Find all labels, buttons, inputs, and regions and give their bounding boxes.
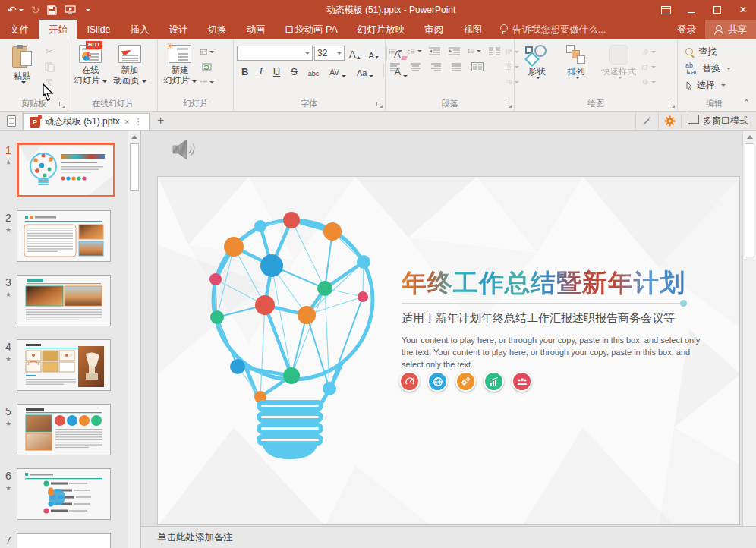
indent-increase-icon[interactable] — [448, 46, 461, 56]
grow-font-button[interactable]: A▲ — [346, 46, 364, 60]
numbering-icon[interactable]: 123 — [408, 46, 422, 56]
share-button[interactable]: 共享 — [705, 20, 756, 39]
indent-decrease-icon[interactable] — [428, 46, 442, 56]
tab-home[interactable]: 开始 — [39, 20, 77, 39]
tab-more-icon[interactable]: ⋮ — [134, 117, 143, 127]
notes-pane[interactable]: 单击此处添加备注 — [141, 526, 756, 548]
shape-fill-icon[interactable] — [642, 46, 656, 57]
document-tab-active[interactable]: P 动态模板 (51).pptx × ⋮ — [23, 113, 150, 130]
font-size-combo[interactable]: 32 — [314, 46, 345, 61]
tab-transitions[interactable]: 切换 — [198, 20, 237, 39]
tab-file[interactable]: 文件 — [0, 20, 39, 39]
bold-button[interactable]: B — [238, 64, 251, 77]
reset-icon[interactable] — [200, 61, 214, 72]
tab-review[interactable]: 审阅 — [414, 20, 453, 39]
shapes-button[interactable]: 形状 — [518, 42, 556, 99]
layout-icon[interactable] — [200, 46, 214, 57]
customize-qat-button[interactable] — [83, 9, 90, 11]
slide-body-text[interactable]: Your content to play here, or through yo… — [402, 335, 705, 371]
tell-me-box[interactable]: 告诉我您想要做什么... — [492, 20, 613, 39]
text-shadow-button[interactable]: abc — [305, 64, 323, 77]
slide-thumbnail-7[interactable] — [17, 533, 111, 548]
align-right-icon[interactable] — [430, 61, 443, 72]
save-button[interactable] — [47, 5, 57, 15]
slide-thumbnail-2[interactable] — [17, 210, 111, 262]
session-manager-button[interactable] — [0, 112, 23, 130]
new-animation-page-button[interactable]: 新加动画页 — [111, 42, 149, 99]
slide-thumbnail-1[interactable] — [17, 143, 115, 197]
drawing-dialog-launcher[interactable] — [669, 102, 676, 109]
tab-insert[interactable]: 插入 — [121, 20, 159, 39]
slide-canvas[interactable]: 年终工作总结暨新年计划 适用于新年计划年终总结工作汇报述职报告商务会议等 You… — [157, 176, 740, 525]
underline-button[interactable]: U — [270, 64, 283, 77]
people-icon[interactable] — [512, 371, 532, 392]
strikethrough-button[interactable]: S — [288, 64, 301, 77]
undo-button[interactable]: ↶ — [8, 5, 24, 15]
align-left-icon[interactable] — [389, 61, 402, 72]
clipboard-dialog-launcher[interactable] — [59, 102, 66, 109]
justify-icon[interactable] — [450, 61, 464, 72]
add-remove-columns-icon[interactable] — [471, 61, 484, 72]
slide-subtitle-text[interactable]: 适用于新年计划年终总结工作汇报述职报告商务会议等 — [402, 311, 675, 326]
slide-thumbnail-6[interactable] — [17, 468, 111, 520]
font-dialog-launcher[interactable] — [376, 102, 383, 109]
bullets-icon[interactable] — [389, 46, 402, 56]
minimize-button[interactable] — [679, 0, 704, 20]
multi-window-mode-button[interactable]: 多窗口模式 — [681, 115, 756, 128]
close-button[interactable]: × — [730, 0, 756, 20]
settings-gear-button[interactable] — [658, 112, 681, 130]
cut-icon[interactable]: ✂ — [43, 46, 56, 57]
paste-button[interactable]: 粘贴 — [3, 42, 41, 99]
start-from-beginning-button[interactable] — [65, 5, 76, 15]
new-slide-button[interactable]: ✳ 新建幻灯片 — [161, 42, 199, 99]
character-spacing-button[interactable]: AV — [326, 64, 349, 77]
tab-animations[interactable]: 动画 — [237, 20, 276, 39]
tab-pocket-animation[interactable]: 口袋动画 PA — [276, 20, 348, 39]
sign-in-button[interactable]: 登录 — [668, 20, 705, 39]
align-center-icon[interactable] — [409, 61, 423, 72]
thumbnail-scrollbar[interactable] — [128, 131, 140, 548]
arrange-button[interactable]: 排列 — [557, 42, 595, 99]
magic-wand-button[interactable] — [635, 112, 658, 130]
slide-thumbnail-3[interactable] — [17, 275, 111, 326]
vertical-scrollbar[interactable] — [742, 131, 756, 526]
ribbon-display-options-button[interactable] — [653, 0, 679, 20]
audio-speaker-icon[interactable] — [172, 138, 199, 162]
bar-chart-icon[interactable] — [484, 371, 504, 392]
tab-slideshow[interactable]: 幻灯片放映 — [348, 20, 415, 39]
tab-design[interactable]: 设计 — [159, 20, 198, 39]
select-button[interactable]: 选择 — [685, 79, 731, 92]
tab-close-icon[interactable]: × — [124, 117, 130, 128]
replace-button[interactable]: ab↳ac 替换 — [685, 62, 731, 75]
font-name-combo[interactable] — [237, 46, 313, 61]
scroll-up-arrow[interactable] — [128, 131, 140, 143]
tab-islide[interactable]: iSlide — [77, 20, 121, 39]
scroll-up-arrow[interactable] — [743, 131, 756, 143]
slide-title-text[interactable]: 年终工作总结暨新年计划 — [402, 266, 685, 301]
quick-styles-button[interactable]: 快速样式 — [597, 42, 641, 99]
section-icon[interactable] — [200, 77, 214, 87]
copy-icon[interactable] — [43, 61, 56, 72]
redo-button[interactable]: ↻ — [31, 5, 40, 15]
shape-outline-icon[interactable] — [642, 61, 656, 72]
format-painter-icon[interactable] — [43, 77, 56, 87]
shape-effects-icon[interactable] — [642, 77, 656, 87]
new-tab-button[interactable]: + — [150, 112, 172, 130]
slide-thumbnail-4[interactable] — [17, 339, 111, 391]
shrink-font-button[interactable]: A▼ — [366, 46, 383, 60]
italic-button[interactable]: I — [256, 64, 265, 77]
maximize-button[interactable] — [704, 0, 730, 20]
speedometer-icon[interactable] — [399, 371, 420, 392]
line-spacing-icon[interactable] — [468, 46, 481, 56]
slide-thumbnail-5[interactable] — [17, 404, 111, 455]
globe-icon[interactable] — [427, 371, 448, 392]
find-button[interactable]: 查找 — [685, 46, 731, 58]
collapse-ribbon-button[interactable]: ⌃ — [743, 98, 750, 108]
paragraph-dialog-launcher[interactable] — [506, 102, 512, 109]
change-case-button[interactable]: Aa — [354, 64, 376, 77]
columns-icon[interactable] — [487, 46, 501, 56]
gears-icon[interactable] — [455, 371, 476, 392]
lightbulb-network-graphic[interactable] — [188, 187, 401, 476]
scrollbar-thumb[interactable] — [130, 143, 139, 191]
tab-view[interactable]: 视图 — [453, 20, 492, 39]
